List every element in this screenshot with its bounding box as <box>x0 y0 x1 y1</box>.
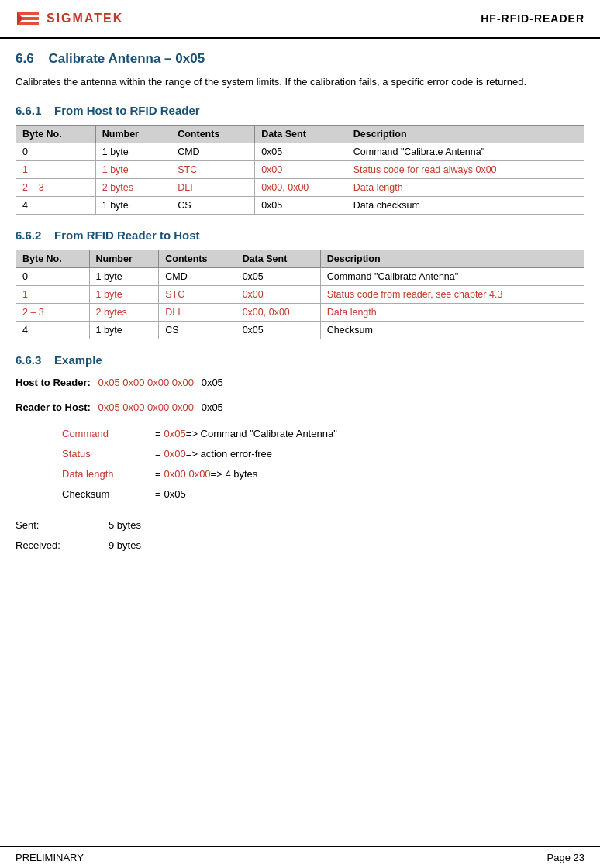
subsection2-table: Byte No. Number Contents Data Sent Descr… <box>16 250 584 339</box>
detail-block: Command= 0x05 => Command "Calibrate Ante… <box>62 424 584 505</box>
subsection2-title: 6.6.2 From RFID Reader to Host <box>16 229 584 242</box>
subsection1-table: Byte No. Number Contents Data Sent Descr… <box>16 125 584 215</box>
col-header-byte: Byte No. <box>16 125 96 143</box>
example-section: Host to Reader: 0x05 0x00 0x00 0x00 0x05… <box>16 374 584 556</box>
list-item: Status= 0x00 => action error-free <box>62 444 584 464</box>
col2-header-data: Data Sent <box>236 250 320 267</box>
table-row: 01 byteCMD0x05Command "Calibrate Antenna… <box>16 267 584 285</box>
main-content: 6.6 Calibrate Antenna – 0x05 Calibrates … <box>0 39 600 602</box>
sent-received-block: Sent: 5 bytes Received: 9 bytes <box>16 515 584 556</box>
header-title: HF-RFID-READER <box>481 12 584 25</box>
table-row: 2 – 32 bytesDLI0x00, 0x00Data length <box>16 303 584 321</box>
host-to-reader-line: Host to Reader: 0x05 0x00 0x00 0x00 0x05 <box>16 374 584 391</box>
logo-text: SIGMATEK <box>47 12 123 26</box>
section-description: Calibrates the antenna within the range … <box>16 74 584 90</box>
table-row: 2 – 32 bytesDLI0x00, 0x00Data length <box>16 178 584 196</box>
list-item: Data length= 0x00 0x00 => 4 bytes <box>62 464 584 484</box>
col2-header-byte: Byte No. <box>16 250 90 267</box>
col-header-data: Data Sent <box>255 125 347 143</box>
table-row: 11 byteSTC0x00Status code from reader, s… <box>16 285 584 303</box>
col2-header-number: Number <box>89 250 159 267</box>
list-item: Command= 0x05 => Command "Calibrate Ante… <box>62 424 584 444</box>
sigmatek-logo-icon <box>16 6 40 31</box>
table-row: 41 byteCS0x05Data checksum <box>16 196 584 214</box>
footer-right: Page 23 <box>547 852 584 863</box>
col2-header-contents: Contents <box>159 250 236 267</box>
subsection3-title: 6.6.3 Example <box>16 353 584 367</box>
table-row: 41 byteCS0x05Checksum <box>16 321 584 339</box>
table-row: 01 byteCMD0x05Command "Calibrate Antenna… <box>16 143 584 160</box>
section-title: 6.6 Calibrate Antenna – 0x05 <box>16 51 584 67</box>
sent-row: Sent: 5 bytes <box>16 515 584 536</box>
reader-to-host-line: Reader to Host: 0x05 0x00 0x00 0x00 0x05 <box>16 399 584 416</box>
page-header: SIGMATEK HF-RFID-READER <box>0 0 600 39</box>
svg-rect-0 <box>17 12 39 16</box>
subsection1-title: 6.6.1 From Host to RFID Reader <box>16 104 584 117</box>
page-footer: PRELIMINARY Page 23 <box>0 846 600 868</box>
received-row: Received: 9 bytes <box>16 536 584 556</box>
table-row: 11 byteSTC0x00Status code for read alway… <box>16 160 584 178</box>
col-header-contents: Contents <box>171 125 255 143</box>
footer-left: PRELIMINARY <box>16 852 84 863</box>
svg-rect-2 <box>17 22 39 25</box>
logo-area: SIGMATEK <box>16 6 123 31</box>
list-item: Checksum= 0x05 <box>62 484 584 505</box>
col-header-number: Number <box>95 125 171 143</box>
col2-header-desc: Description <box>320 250 584 267</box>
col-header-desc: Description <box>347 125 584 143</box>
